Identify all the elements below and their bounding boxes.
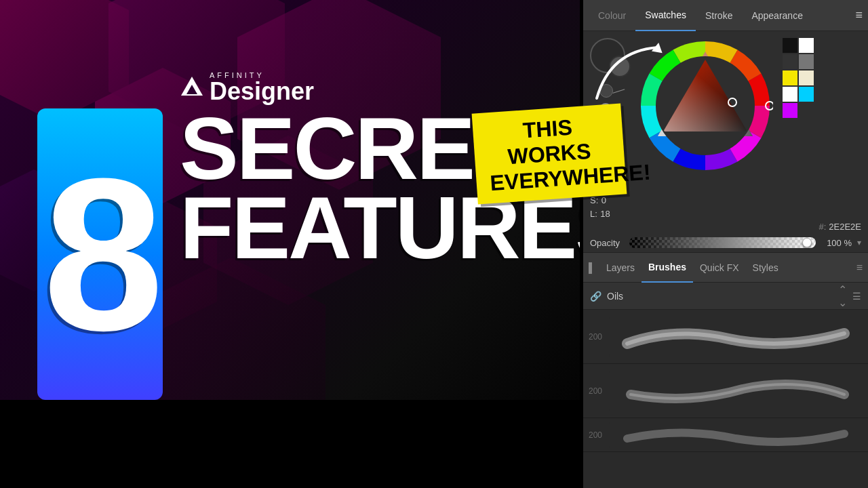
opacity-value: 100 % <box>821 238 852 248</box>
hex-value: 2E2E2E <box>829 222 861 232</box>
layers-tab-bar: ▌ Layers Brushes Quick FX Styles ≡ <box>583 253 868 283</box>
hex-row: #: 2E2E2E <box>583 220 868 233</box>
number-container: 8 <box>37 108 163 400</box>
brush-stroke-preview-1 <box>609 317 863 357</box>
swatch-white[interactable] <box>799 38 814 53</box>
list-view-icon[interactable]: ☰ <box>852 291 861 302</box>
brushes-header: 🔗 Oils ⌃⌄ ☰ <box>583 283 868 310</box>
swatch-dark[interactable] <box>783 54 797 69</box>
swatch-yellow[interactable] <box>783 70 797 85</box>
brush-stroke-preview-3 <box>609 422 863 449</box>
brush-stroke-svg-2 <box>620 374 851 408</box>
brush-row-1[interactable]: 200 <box>583 310 868 364</box>
tab-swatches[interactable]: Swatches <box>635 0 696 31</box>
bottom-bar <box>0 400 580 488</box>
layers-menu-icon[interactable]: ≡ <box>856 262 863 274</box>
brush-number-2: 200 <box>589 386 609 396</box>
tab-brushes[interactable]: Brushes <box>642 253 693 283</box>
works-banner: THIS WORKS EVERYWHERE! <box>472 103 627 204</box>
brush-row-2[interactable]: 200 <box>583 364 868 418</box>
brush-stroke-svg-3 <box>620 422 851 449</box>
layers-panel: ▌ Layers Brushes Quick FX Styles ≡ <box>583 252 868 488</box>
opacity-slider[interactable] <box>629 237 816 248</box>
s-value: 0 <box>601 195 606 205</box>
arrow-annotation <box>583 37 665 105</box>
swatch-white2[interactable] <box>783 87 797 102</box>
brush-stroke-preview-2 <box>609 371 863 411</box>
number-8: 8 <box>43 146 157 363</box>
hex-label: #: <box>818 222 826 232</box>
swatch-cream[interactable] <box>799 70 814 85</box>
s-row: S: 0 <box>583 193 868 207</box>
brush-number-3: 200 <box>589 430 609 440</box>
link-icon: 🔗 <box>590 291 601 302</box>
left-content: 8 AFFINITY Designer SECRET <box>0 0 580 488</box>
brush-stroke-svg-1 <box>620 320 851 354</box>
brush-row-3[interactable]: 200 <box>583 418 868 452</box>
swatch-purple[interactable] <box>783 103 797 118</box>
s-label: S: <box>590 195 598 205</box>
thumbnail: 8 AFFINITY Designer SECRET <box>0 0 868 488</box>
opacity-chevron: ▾ <box>857 238 861 247</box>
swatch-gray[interactable] <box>799 54 814 69</box>
panel-collapse-icon[interactable]: ▌ <box>589 262 595 273</box>
tab-appearance[interactable]: Appearance <box>742 0 812 31</box>
tab-quick-fx[interactable]: Quick FX <box>693 253 746 283</box>
category-chevron[interactable]: ⌃⌄ <box>838 283 847 309</box>
l-value: 18 <box>600 209 610 219</box>
opacity-label: Opacity <box>590 238 624 248</box>
tab-stroke[interactable]: Stroke <box>696 0 742 31</box>
brushes-content: 🔗 Oils ⌃⌄ ☰ 200 <box>583 283 868 488</box>
swatch-cyan[interactable] <box>799 87 814 102</box>
oils-label: Oils <box>607 291 838 302</box>
banner-line1: THIS WORKS <box>486 113 611 171</box>
swatch-grid <box>783 38 814 118</box>
l-label: L: <box>590 209 597 219</box>
arrow-svg <box>583 37 671 112</box>
brush-number-1: 200 <box>589 332 609 342</box>
tab-layers[interactable]: Layers <box>599 253 642 283</box>
top-tab-bar: Colour Swatches Stroke Appearance ≡ <box>583 0 868 31</box>
logo-icon <box>180 75 204 100</box>
swatch-black[interactable] <box>783 38 797 53</box>
tab-menu-icon[interactable]: ≡ <box>855 8 863 22</box>
opacity-row: Opacity 100 % ▾ <box>583 233 868 252</box>
opacity-thumb[interactable] <box>802 238 812 247</box>
tab-styles[interactable]: Styles <box>746 253 785 283</box>
swatches-top <box>783 38 814 118</box>
tab-colour[interactable]: Colour <box>589 0 635 31</box>
l-row: L: 18 <box>583 207 868 220</box>
